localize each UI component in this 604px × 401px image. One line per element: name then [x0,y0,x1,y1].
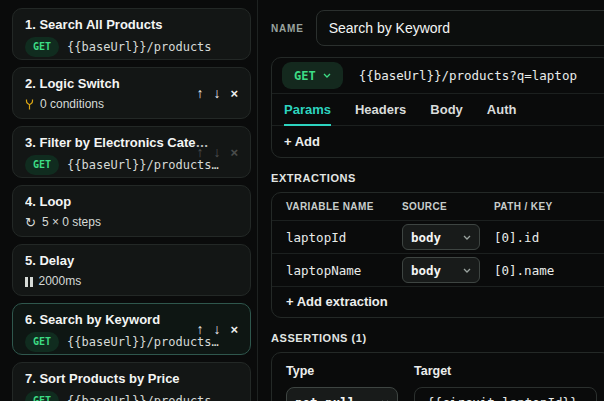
move-up-button[interactable]: ↑ [196,322,203,336]
steps-sidebar: 1. Search All Products GET {{baseUrl}}/p… [0,0,258,401]
step-controls: ↑ ↓ × [196,86,238,100]
step-url: {{baseUrl}}/products [67,39,212,56]
step-controls: ↑ ↓ × [196,322,238,336]
extraction-row: laptopId body [0].id [272,221,604,254]
step-title: 1. Search All Products [25,17,238,33]
step-url: {{baseUrl}}/products… [67,393,219,401]
method-badge: GET [25,332,59,352]
variable-name-value[interactable]: laptopName [286,263,402,278]
step-title: 4. Loop [25,194,238,210]
tab-headers[interactable]: Headers [355,94,406,125]
move-down-button[interactable]: ↓ [213,145,220,159]
step-meta: 0 conditions [40,96,104,113]
extraction-row: laptopName body [0].name [272,254,604,287]
col-variable-name: VARIABLE NAME [286,201,402,212]
pause-icon [25,277,33,287]
method-dropdown[interactable]: GET [282,62,343,89]
tab-params[interactable]: Params [284,94,331,125]
extractions-heading: EXTRACTIONS [271,172,604,184]
name-label: NAME [271,23,304,34]
loop-icon: ↻ [25,216,36,229]
chevron-down-icon [463,235,471,240]
add-param-button[interactable]: + Add [272,126,604,157]
step-detail-panel: NAME GET {{baseUrl}}/products?q=laptop P… [258,0,604,401]
method-badge: GET [25,391,59,401]
assertions-heading: ASSERTIONS (1) [271,332,604,344]
assertions-editor: Type Target not-null [271,352,604,401]
request-tabs: Params Headers Body Auth [272,94,604,126]
assertion-target-label: Target [414,364,597,378]
step-title: 5. Delay [25,253,238,269]
step-meta: 2000ms [39,273,82,290]
chevron-down-icon [323,73,331,78]
step-title: 7. Sort Products by Price [25,371,238,387]
assertion-target-input[interactable] [414,387,597,401]
method-badge: GET [25,155,59,175]
delete-step-button[interactable]: × [230,146,238,159]
step-meta: 5 × 0 steps [42,214,101,231]
request-editor: GET {{baseUrl}}/products?q=laptop Params… [271,57,604,158]
col-path-key: PATH / KEY [494,201,597,212]
step-card-2[interactable]: 2. Logic Switch 0 conditions ↑ ↓ × [12,67,251,119]
add-extraction-button[interactable]: + Add extraction [272,287,604,317]
source-dropdown[interactable]: body [402,257,480,283]
variable-name-value[interactable]: laptopId [286,230,402,245]
tab-body[interactable]: Body [430,94,463,125]
step-card-1[interactable]: 1. Search All Products GET {{baseUrl}}/p… [12,8,251,60]
path-key-value[interactable]: [0].id [494,230,597,245]
request-url[interactable]: {{baseUrl}}/products?q=laptop [359,68,577,83]
delete-step-button[interactable]: × [230,87,238,100]
assertion-type-label: Type [286,364,414,378]
move-up-button[interactable]: ↑ [196,145,203,159]
extractions-table: VARIABLE NAME SOURCE PATH / KEY laptopId… [271,192,604,318]
tab-auth[interactable]: Auth [487,94,517,125]
move-up-button[interactable]: ↑ [196,86,203,100]
method-badge: GET [25,37,59,57]
step-card-4[interactable]: 4. Loop ↻ 5 × 0 steps [12,185,251,237]
name-input[interactable] [316,10,604,46]
step-card-3[interactable]: 3. Filter by Electronics Cate… GET {{bas… [12,126,251,178]
source-dropdown[interactable]: body [402,224,480,250]
move-down-button[interactable]: ↓ [213,86,220,100]
step-controls: ↑ ↓ × [196,145,238,159]
col-source: SOURCE [402,201,494,212]
branch-icon [25,99,34,110]
chevron-down-icon [463,268,471,273]
step-card-7[interactable]: 7. Sort Products by Price GET {{baseUrl}… [12,362,251,401]
extractions-header-row: VARIABLE NAME SOURCE PATH / KEY [272,193,604,221]
step-card-5[interactable]: 5. Delay 2000ms [12,244,251,296]
path-key-value[interactable]: [0].name [494,263,597,278]
delete-step-button[interactable]: × [230,323,238,336]
assertion-type-dropdown[interactable]: not-null [286,387,398,401]
move-down-button[interactable]: ↓ [213,322,220,336]
step-card-6-selected[interactable]: 6. Search by Keyword GET {{baseUrl}}/pro… [12,303,251,355]
